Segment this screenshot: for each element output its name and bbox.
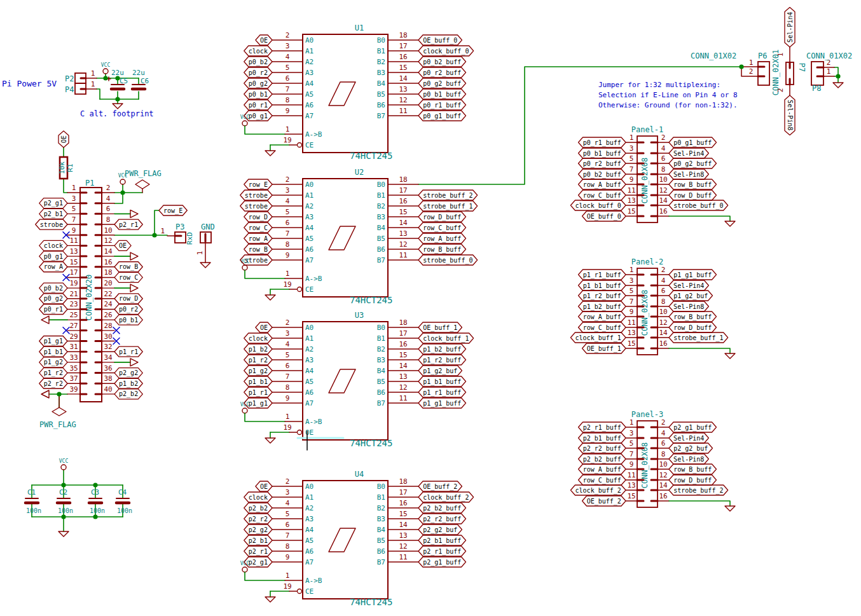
global-label-row_A_buff[interactable]: row_A_buff	[579, 179, 626, 189]
global-label-clock[interactable]: clock	[39, 240, 67, 250]
global-label-p0_b2[interactable]: p0_b2	[39, 283, 67, 293]
global-label-Sel-Pin4[interactable]: Sel-Pin4	[669, 433, 708, 443]
global-label-p1_r2[interactable]: p1_r2	[244, 355, 272, 365]
capacitor-C6[interactable]: C622u	[132, 69, 149, 89]
gnd-symbol[interactable]	[130, 210, 138, 217]
gnd-symbol[interactable]	[130, 359, 138, 366]
gnd-symbol[interactable]	[265, 151, 275, 156]
global-label-p0_g1_buff[interactable]: p0_g1_buff	[418, 111, 466, 121]
gnd-symbol[interactable]	[200, 263, 210, 268]
global-label-p0_g2[interactable]: p0_g2	[244, 78, 272, 88]
global-label-Sel-Pin8[interactable]: Sel-Pin8	[785, 95, 795, 135]
global-label-p0_g1_buff[interactable]: p0_g1_buff	[669, 137, 717, 147]
global-label-row_D_buff[interactable]: row_D_buff	[669, 475, 717, 485]
connector-P3[interactable]: 1P3RxD	[160, 222, 194, 245]
global-label-p2_b2_buff[interactable]: p2_b2_buff	[418, 503, 466, 513]
global-label-row_D_buff[interactable]: row_D_buff	[669, 190, 717, 200]
global-label-clock_buff_1[interactable]: clock_buff_1	[418, 333, 474, 343]
global-label-p2_g1_buff[interactable]: p2_g1_buff	[669, 422, 717, 432]
global-label-p2_b1[interactable]: p2_b1	[39, 209, 67, 219]
global-label-OE[interactable]: OE	[256, 322, 272, 332]
schematic-canvas[interactable]: PWR_FLAGPWR_FLAGU174HCT2452A03A14A25A36A…	[0, 0, 861, 616]
global-label-p0_r1[interactable]: p0_r1	[244, 100, 272, 110]
global-label-row_B_buff[interactable]: row_B_buff	[669, 311, 717, 322]
global-label-p2_r2_buff[interactable]: p2_r2_buff	[579, 443, 626, 453]
global-label-p2_r1[interactable]: p2_r1	[244, 546, 272, 556]
global-label-p0_r1_buff[interactable]: p0_r1_buff	[579, 137, 626, 147]
note-jumper-line3[interactable]: Otherwise: Ground (for non-1:32).	[598, 101, 738, 109]
global-label-OE[interactable]: OE	[59, 131, 69, 147]
connector-P7[interactable]: 12P7CONN_02X01	[771, 50, 806, 95]
global-label-strobe[interactable]: strobe	[240, 201, 272, 211]
global-label-p1_b2[interactable]: p1_b2	[244, 344, 272, 354]
vcc-symbol[interactable]: VCC	[59, 458, 69, 470]
global-label-row_A[interactable]: row_A	[39, 262, 67, 272]
gnd-symbol[interactable]	[113, 104, 123, 109]
global-label-p2_b1_buff[interactable]: p2_b1_buff	[579, 433, 626, 443]
capacitor-C1[interactable]: C1100n	[25, 488, 41, 514]
global-label-p1_r2_buff[interactable]: p1_r2_buff	[579, 291, 626, 301]
global-label-p2_r2[interactable]: p2_r2	[244, 514, 272, 524]
global-label-row_C[interactable]: row_C	[114, 272, 142, 282]
global-label-strobe[interactable]: strobe	[240, 190, 272, 200]
capacitor-C3[interactable]: C3100n	[89, 488, 105, 514]
global-label-p1_b1[interactable]: p1_b1	[244, 376, 272, 387]
global-label-p2_g2[interactable]: p2_g2	[114, 368, 142, 378]
global-label-OE_buff_1[interactable]: OE_buff_1	[582, 343, 626, 353]
global-label-clock_buff_2[interactable]: clock_buff_2	[570, 485, 626, 495]
global-label-clock[interactable]: clock	[244, 333, 272, 343]
global-label-Sel-Pin4[interactable]: Sel-Pin4	[669, 280, 708, 291]
global-label-row_A_buff[interactable]: row_A_buff	[418, 233, 466, 243]
global-label-p2_b2[interactable]: p2_b2	[244, 503, 272, 513]
global-label-OE_buff_1[interactable]: OE_buff_1	[418, 322, 462, 332]
global-label-clock_buff_1[interactable]: clock_buff_1	[570, 332, 626, 343]
global-label-p0_r2[interactable]: p0_r2	[244, 67, 272, 78]
global-label-Sel-Pin8[interactable]: Sel-Pin8	[669, 169, 708, 179]
global-label-Sel-Pin8[interactable]: Sel-Pin8	[669, 454, 708, 464]
global-label-p2_g2_buf[interactable]: p2_g2_buf	[418, 524, 462, 535]
pwr-flag[interactable]: PWR_FLAG	[39, 394, 76, 429]
global-label-row_C_buff[interactable]: row_C_buff	[418, 222, 466, 233]
gnd-symbol[interactable]	[265, 438, 275, 443]
global-label-OE_buff_2[interactable]: OE_buff_2	[582, 496, 626, 506]
global-label-p0_g2[interactable]: p0_g2	[39, 294, 67, 304]
global-label-p0_r1_buff[interactable]: p0_r1_buff	[418, 100, 466, 110]
global-label-row_A_buff[interactable]: row_A_buff	[579, 464, 626, 474]
gnd-symbol[interactable]	[833, 83, 843, 88]
global-label-p1_b1_buff[interactable]: p1_b1_buff	[418, 376, 466, 387]
global-label-row_C_buff[interactable]: row_C_buff	[579, 475, 626, 485]
global-label-row_E[interactable]: row_E	[159, 205, 187, 216]
global-label-row_B[interactable]: row_B	[114, 262, 142, 272]
vcc-symbol[interactable]: VCC	[101, 62, 111, 74]
global-label-p1_b1_buff[interactable]: p1_b1_buff	[579, 280, 626, 291]
gnd-symbol[interactable]	[41, 390, 49, 398]
global-label-row_C[interactable]: row_C	[244, 222, 272, 233]
global-label-p1_r1_buff[interactable]: p1_r1_buff	[579, 270, 626, 280]
global-label-p2_r1_buff[interactable]: p2_r1_buff	[418, 546, 466, 556]
gnd-symbol[interactable]	[265, 295, 275, 300]
global-label-p1_g2_buf[interactable]: p1_g2_buf	[669, 291, 712, 301]
global-label-p0_b1_buff[interactable]: p0_b1_buff	[579, 148, 626, 158]
gnd-symbol[interactable]	[130, 284, 138, 292]
global-label-p2_g1[interactable]: p2_g1	[39, 198, 67, 209]
global-label-strobe_buff_1[interactable]: strobe_buff_1	[418, 201, 478, 211]
global-label-row_D[interactable]: row_D	[114, 294, 142, 304]
global-label-p0_r2_buff[interactable]: p0_r2_buff	[418, 67, 466, 78]
capacitor-C4[interactable]: C4100n	[116, 488, 132, 514]
note-jumper-line2[interactable]: Selection if E-Line on Pin 4 or 8	[598, 91, 738, 99]
global-label-p2_b2_buff[interactable]: p2_b2_buff	[579, 454, 626, 464]
gnd-symbol[interactable]	[725, 221, 735, 226]
global-label-row_D[interactable]: row_D	[244, 212, 272, 222]
global-label-row_E[interactable]: row_E	[244, 179, 272, 189]
pwr-flag[interactable]: PWR_FLAG	[125, 169, 162, 193]
global-label-OE_buff_0[interactable]: OE_buff_0	[418, 35, 462, 45]
gnd-symbol[interactable]	[725, 353, 735, 359]
global-label-strobe_buff_0[interactable]: strobe_buff_0	[418, 255, 478, 265]
global-label-p2_r1_buff[interactable]: p2_r1_buff	[579, 422, 626, 432]
gnd-symbol[interactable]	[130, 252, 138, 260]
global-label-p1_r1[interactable]: p1_r1	[244, 387, 272, 397]
global-label-OE[interactable]: OE	[256, 481, 272, 491]
global-label-p1_r1[interactable]: p1_r1	[114, 346, 142, 357]
note-c-alt-footprint[interactable]: C alt. footprint	[80, 109, 154, 118]
global-label-row_B_buff[interactable]: row_B_buff	[418, 244, 466, 254]
